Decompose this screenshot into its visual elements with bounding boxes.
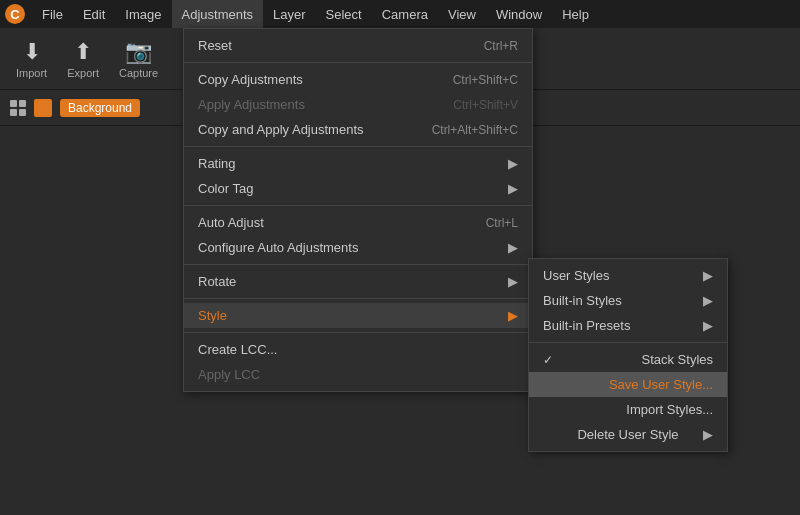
grid-view-icon[interactable] xyxy=(10,100,26,116)
menu-item-create-lcc[interactable]: Create LCC... xyxy=(184,337,532,362)
apply-lcc-label: Apply LCC xyxy=(198,367,260,382)
menu-item-stack-styles[interactable]: ✓ Stack Styles xyxy=(529,347,727,372)
menu-item-apply-lcc[interactable]: Apply LCC xyxy=(184,362,532,387)
menu-view[interactable]: View xyxy=(438,0,486,28)
auto-adjust-label: Auto Adjust xyxy=(198,215,264,230)
menu-item-auto-adjust[interactable]: Auto Adjust Ctrl+L xyxy=(184,210,532,235)
rotate-arrow: ▶ xyxy=(508,274,518,289)
style-sep1 xyxy=(529,342,727,343)
menu-help[interactable]: Help xyxy=(552,0,599,28)
reset-shortcut: Ctrl+R xyxy=(484,39,518,53)
builtin-presets-arrow: ▶ xyxy=(703,318,713,333)
menu-layer[interactable]: Layer xyxy=(263,0,316,28)
copy-adj-shortcut: Ctrl+Shift+C xyxy=(453,73,518,87)
import-button[interactable]: ⬇ Import xyxy=(16,39,47,79)
sep3 xyxy=(184,205,532,206)
menu-item-reset[interactable]: Reset Ctrl+R xyxy=(184,33,532,58)
stack-styles-checkmark: ✓ xyxy=(543,353,557,367)
sep2 xyxy=(184,146,532,147)
export-icon: ⬆ xyxy=(74,39,92,65)
rotate-label: Rotate xyxy=(198,274,236,289)
rating-arrow: ▶ xyxy=(508,156,518,171)
menu-item-builtin-presets[interactable]: Built-in Presets ▶ xyxy=(529,313,727,338)
menu-item-rating[interactable]: Rating ▶ xyxy=(184,151,532,176)
user-styles-arrow: ▶ xyxy=(703,268,713,283)
auto-adjust-shortcut: Ctrl+L xyxy=(486,216,518,230)
builtin-presets-label: Built-in Presets xyxy=(543,318,630,333)
delete-user-style-label: Delete User Style xyxy=(577,427,678,442)
reset-label: Reset xyxy=(198,38,232,53)
menu-adjustments[interactable]: Adjustments xyxy=(172,0,264,28)
apply-adj-shortcut: Ctrl+Shift+V xyxy=(453,98,518,112)
svg-text:C: C xyxy=(10,7,20,22)
menu-image[interactable]: Image xyxy=(115,0,171,28)
copy-apply-shortcut: Ctrl+Alt+Shift+C xyxy=(432,123,518,137)
configure-auto-arrow: ▶ xyxy=(508,240,518,255)
menubar: C File Edit Image Adjustments Layer Sele… xyxy=(0,0,800,28)
menu-item-apply-adjustments[interactable]: Apply Adjustments Ctrl+Shift+V xyxy=(184,92,532,117)
menu-item-color-tag[interactable]: Color Tag ▶ xyxy=(184,176,532,201)
export-label: Export xyxy=(67,67,99,79)
import-styles-label: Import Styles... xyxy=(626,402,713,417)
menu-item-configure-auto[interactable]: Configure Auto Adjustments ▶ xyxy=(184,235,532,260)
builtin-styles-arrow: ▶ xyxy=(703,293,713,308)
apply-adj-label: Apply Adjustments xyxy=(198,97,305,112)
menu-item-copy-adjustments[interactable]: Copy Adjustments Ctrl+Shift+C xyxy=(184,67,532,92)
app-logo: C xyxy=(4,3,26,25)
adjustments-dropdown: Reset Ctrl+R Copy Adjustments Ctrl+Shift… xyxy=(183,28,533,392)
sep4 xyxy=(184,264,532,265)
color-tag-label: Color Tag xyxy=(198,181,253,196)
delete-style-arrow: ▶ xyxy=(703,427,713,442)
color-tag-arrow: ▶ xyxy=(508,181,518,196)
menu-item-style[interactable]: Style ▶ xyxy=(184,303,532,328)
style-label: Style xyxy=(198,308,227,323)
menu-item-delete-user-style[interactable]: Delete User Style ▶ xyxy=(529,422,727,447)
capture-button[interactable]: 📷 Capture xyxy=(119,39,158,79)
export-button[interactable]: ⬆ Export xyxy=(67,39,99,79)
menu-camera[interactable]: Camera xyxy=(372,0,438,28)
stack-styles-label: Stack Styles xyxy=(641,352,713,367)
style-arrow: ▶ xyxy=(508,308,518,323)
copy-apply-label: Copy and Apply Adjustments xyxy=(198,122,364,137)
menu-window[interactable]: Window xyxy=(486,0,552,28)
copy-adj-label: Copy Adjustments xyxy=(198,72,303,87)
folder-label: Background xyxy=(60,99,140,117)
configure-auto-label: Configure Auto Adjustments xyxy=(198,240,358,255)
sep1 xyxy=(184,62,532,63)
create-lcc-label: Create LCC... xyxy=(198,342,277,357)
capture-icon: 📷 xyxy=(125,39,152,65)
import-label: Import xyxy=(16,67,47,79)
menu-item-builtin-styles[interactable]: Built-in Styles ▶ xyxy=(529,288,727,313)
menu-item-import-styles[interactable]: Import Styles... xyxy=(529,397,727,422)
user-styles-label: User Styles xyxy=(543,268,609,283)
menu-select[interactable]: Select xyxy=(316,0,372,28)
sep5 xyxy=(184,298,532,299)
rating-label: Rating xyxy=(198,156,236,171)
menu-item-rotate[interactable]: Rotate ▶ xyxy=(184,269,532,294)
save-user-style-label: Save User Style... xyxy=(609,377,713,392)
folder-color-icon xyxy=(34,99,52,117)
style-submenu: User Styles ▶ Built-in Styles ▶ Built-in… xyxy=(528,258,728,452)
sep6 xyxy=(184,332,532,333)
menu-item-user-styles[interactable]: User Styles ▶ xyxy=(529,263,727,288)
menu-item-copy-apply[interactable]: Copy and Apply Adjustments Ctrl+Alt+Shif… xyxy=(184,117,532,142)
menu-file[interactable]: File xyxy=(32,0,73,28)
menu-item-save-user-style[interactable]: Save User Style... xyxy=(529,372,727,397)
builtin-styles-label: Built-in Styles xyxy=(543,293,622,308)
import-icon: ⬇ xyxy=(23,39,41,65)
menu-edit[interactable]: Edit xyxy=(73,0,115,28)
capture-label: Capture xyxy=(119,67,158,79)
